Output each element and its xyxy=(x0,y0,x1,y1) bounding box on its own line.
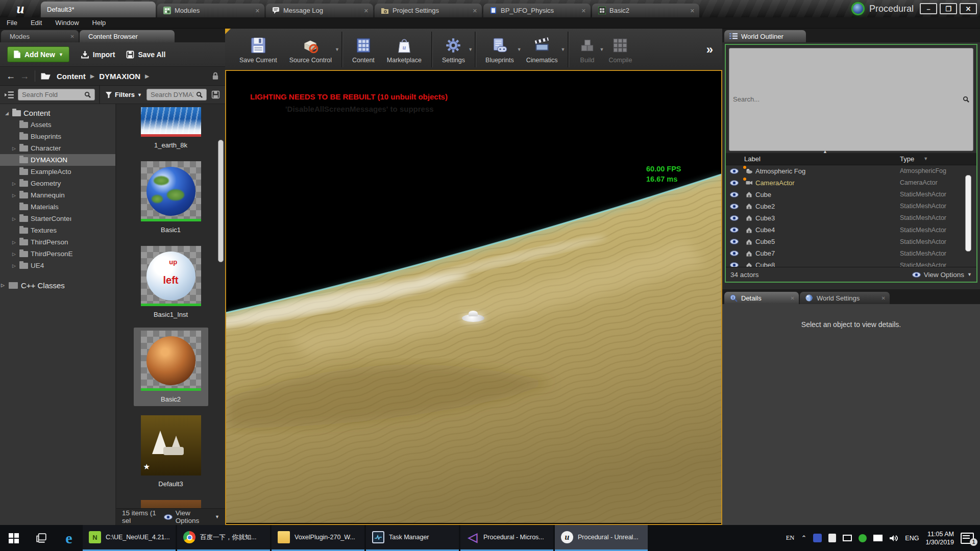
forward-arrow-icon[interactable]: → xyxy=(20,71,29,82)
close-icon[interactable]: ✕ xyxy=(255,7,260,14)
actor-row-cube2[interactable]: Cube2StaticMeshActor xyxy=(726,201,976,212)
asset-partial[interactable] xyxy=(134,497,208,508)
close-icon[interactable]: ✕ xyxy=(791,295,795,301)
start-button[interactable] xyxy=(0,525,28,551)
vpn-tray-icon[interactable] xyxy=(813,534,822,542)
expand-arrow-icon[interactable]: ▷ xyxy=(11,146,17,151)
tab-modes[interactable]: Modes✕ xyxy=(1,30,79,42)
tree-item-thirdperson[interactable]: ▷ThirdPerson xyxy=(0,236,115,248)
edge-button[interactable]: e xyxy=(55,525,83,551)
actor-row-cube5[interactable]: Cube5StaticMeshActor xyxy=(726,236,976,247)
task-view-button[interactable] xyxy=(28,525,55,551)
close-icon[interactable]: ✕ xyxy=(581,7,586,14)
close-icon[interactable]: ✕ xyxy=(70,34,75,39)
tab-world-settings[interactable]: World Settings✕ xyxy=(800,292,890,304)
window-tab-basic2[interactable]: Basic2✕ xyxy=(592,4,699,17)
menu-file[interactable]: File xyxy=(0,19,24,27)
tab-content-browser[interactable]: Content Browser xyxy=(80,30,175,42)
column-type[interactable]: Type▼ xyxy=(900,155,976,163)
menu-edit[interactable]: Edit xyxy=(24,19,48,27)
actor-row-cube4[interactable]: Cube4StaticMeshActor xyxy=(726,224,976,236)
taskbar-app-folder[interactable]: VoxelPlugin-270_W... xyxy=(272,525,364,551)
filters-button[interactable]: Filters▼ xyxy=(105,91,142,98)
asset-basic2[interactable]: Basic2 xyxy=(134,328,208,406)
visibility-eye-icon[interactable] xyxy=(726,239,742,244)
tree-item-ue4[interactable]: ▷UE4 xyxy=(0,260,115,271)
toolbar-blueprints-button[interactable]: Blueprints▼ xyxy=(479,34,520,65)
window-tab-bp-ufo-physics[interactable]: BP_UFO_Physics✕ xyxy=(483,4,591,17)
expand-arrow-icon[interactable]: ▷ xyxy=(11,240,17,245)
asset-default3[interactable]: ★Default3 xyxy=(134,412,208,491)
close-icon[interactable]: ✕ xyxy=(473,7,477,14)
visibility-eye-icon[interactable] xyxy=(726,204,742,209)
toolbar-settings-button[interactable]: Settings▼ xyxy=(436,34,471,65)
visibility-eye-icon[interactable] xyxy=(726,180,742,186)
expand-arrow-icon[interactable]: ▷ xyxy=(11,181,17,186)
breadcrumb-arrow-icon[interactable]: ▶ xyxy=(145,73,149,80)
actor-row-cube[interactable]: CubeStaticMeshActor xyxy=(726,189,976,201)
breadcrumb-arrow-icon[interactable]: ▶ xyxy=(90,73,94,80)
taskbar-app-ue[interactable]: uProcedural - Unreal... xyxy=(555,525,648,551)
close-icon[interactable]: ✕ xyxy=(690,7,695,14)
actor-row-cube7[interactable]: Cube7StaticMeshActor xyxy=(726,247,976,259)
chevron-down-icon[interactable]: ▼ xyxy=(335,47,339,52)
actor-row-cube3[interactable]: Cube3StaticMeshActor xyxy=(726,212,976,224)
tray-chevron-up-icon[interactable]: ⌃ xyxy=(801,534,806,542)
save-all-button[interactable]: Save All xyxy=(126,51,165,59)
tree-item-assets[interactable]: Assets xyxy=(0,119,115,131)
back-arrow-icon[interactable]: ← xyxy=(6,71,15,82)
outliner-view-options-button[interactable]: View Options▼ xyxy=(912,271,972,279)
close-button[interactable]: ✕ xyxy=(960,3,977,14)
idm-tray-icon[interactable] xyxy=(859,534,867,542)
visibility-eye-icon[interactable] xyxy=(726,168,742,174)
tree-item-starterconte-[interactable]: ▷StarterConteı xyxy=(0,213,115,224)
tree-item-geometry[interactable]: ▷Geometry xyxy=(0,178,115,189)
window-tab-message-log[interactable]: Message Log✕ xyxy=(266,4,373,17)
asset-basic1-inst[interactable]: upleftBasic1_Inst xyxy=(134,243,208,321)
actor-row-cube8[interactable]: Cube8StaticMeshActor xyxy=(726,259,976,267)
tab-world-outliner[interactable]: World Outliner xyxy=(724,30,806,42)
taskbar-app-notepad[interactable]: NC:\UE_Neo\UE_4.21... xyxy=(83,525,176,551)
display-tray-icon[interactable] xyxy=(843,535,852,541)
view-options-button[interactable]: View Options▼ xyxy=(164,509,219,524)
chevron-down-icon[interactable]: ▼ xyxy=(468,47,473,52)
taskbar-app-chrome[interactable]: 百度一下，你就知... xyxy=(177,525,270,551)
visibility-eye-icon[interactable] xyxy=(726,262,742,267)
visibility-eye-icon[interactable] xyxy=(726,192,742,197)
tree-item-dymaxion[interactable]: DYMAXION xyxy=(0,154,115,166)
volume-tray-icon[interactable] xyxy=(889,534,898,542)
tree-item-cpp-classes[interactable]: ▷C++ Classes xyxy=(0,279,115,292)
window-tab-project-settings[interactable]: Project Settings✕ xyxy=(375,4,482,17)
lock-icon[interactable] xyxy=(212,72,219,80)
tree-item-thirdpersone[interactable]: ▷ThirdPersonE xyxy=(0,248,115,260)
expand-arrow-icon[interactable]: ▷ xyxy=(11,252,17,257)
search-folders-input[interactable]: Search Fold xyxy=(18,89,95,101)
expand-arrow-icon[interactable]: ▷ xyxy=(11,263,17,268)
sources-toggle-icon[interactable] xyxy=(4,91,14,99)
import-button[interactable]: Import xyxy=(81,51,115,59)
search-assets-input[interactable]: Search DYMAXI( xyxy=(146,89,207,101)
tree-item-content[interactable]: ◢Content xyxy=(0,107,115,119)
network-tray-icon[interactable] xyxy=(873,535,883,541)
asset-basic1[interactable]: Basic1 xyxy=(134,158,208,237)
close-icon[interactable]: ✕ xyxy=(881,295,886,301)
actor-row-atmospheric-fog[interactable]: Atmospheric FogAtmosphericFog xyxy=(726,165,976,177)
toolbar-cinematics-button[interactable]: Cinematics▼ xyxy=(520,34,564,65)
visibility-eye-icon[interactable] xyxy=(726,215,742,221)
breadcrumb-content[interactable]: Content xyxy=(57,72,86,81)
toolbar-save-current-button[interactable]: Save Current xyxy=(233,34,283,65)
tree-item-blueprints[interactable]: Blueprints xyxy=(0,131,115,142)
epic-launcher-tray-icon[interactable] xyxy=(828,534,836,542)
visibility-eye-icon[interactable] xyxy=(726,251,742,256)
window-tab-modules[interactable]: Modules✕ xyxy=(157,4,264,17)
restore-button[interactable]: ❐ xyxy=(940,3,957,14)
column-label[interactable]: Label xyxy=(726,155,900,163)
language-indicator[interactable]: ENG xyxy=(905,535,919,542)
outliner-scrollbar[interactable] xyxy=(965,175,971,252)
minimize-button[interactable]: – xyxy=(920,3,937,14)
tree-item-character[interactable]: ▷Character xyxy=(0,142,115,154)
taskbar-app-vs[interactable]: ◁Procedural - Micros... xyxy=(460,525,553,551)
asset-scrollbar[interactable] xyxy=(218,140,224,262)
add-new-button[interactable]: Add New▼ xyxy=(7,46,69,62)
expand-arrow-icon[interactable]: ▷ xyxy=(0,283,6,288)
